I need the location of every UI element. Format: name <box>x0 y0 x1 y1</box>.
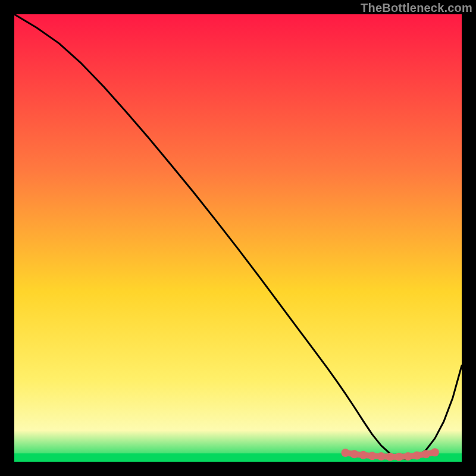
optimal-marker-dot <box>395 453 403 461</box>
optimal-marker-dot <box>350 450 359 458</box>
chart-svg <box>14 14 462 462</box>
optimal-marker-dot <box>386 453 394 461</box>
optimal-marker-dot <box>413 451 421 459</box>
watermark-text: TheBottleneck.com <box>361 1 472 15</box>
optimal-marker-dot <box>368 452 377 460</box>
optimal-marker-dot <box>341 449 349 457</box>
gradient-background <box>14 14 462 462</box>
optimal-marker-dot <box>404 452 412 461</box>
optimal-marker-dot <box>377 452 386 461</box>
plot-area <box>14 14 462 462</box>
optimal-marker-dot <box>422 450 430 458</box>
frame-background: TheBottleneck.com <box>0 0 476 476</box>
optimal-marker-dot <box>431 448 439 456</box>
optimal-marker-dot <box>359 451 368 459</box>
